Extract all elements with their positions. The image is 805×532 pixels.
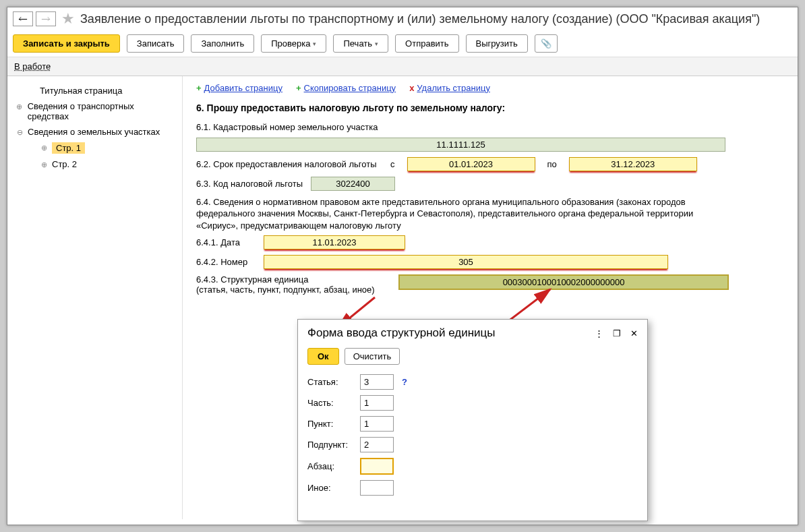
close-icon[interactable]: ✕ — [630, 328, 638, 338]
f641-label: 6.4.1. Дата — [196, 237, 257, 247]
add-page-action[interactable]: +Добавить страницу — [196, 83, 282, 93]
f62-to-input[interactable]: 31.12.2023 — [569, 157, 697, 171]
page-title: Заявление о предоставлении льготы по тра… — [80, 12, 760, 26]
paragraph-input[interactable] — [360, 458, 394, 475]
clear-button[interactable]: Очистить — [345, 348, 400, 365]
tree-expand-icon: ⊕ — [40, 144, 48, 152]
ok-button[interactable]: Ок — [307, 348, 339, 365]
paperclip-icon: 📎 — [541, 38, 551, 49]
tree-expand-icon: ⊕ — [40, 160, 48, 169]
print-button[interactable]: Печать▾ — [333, 34, 388, 53]
paragraph-label: Абзац: — [307, 461, 355, 471]
tree-collapse-icon: ⊖ — [16, 128, 24, 137]
copy-page-action[interactable]: +Скопировать страницу — [296, 83, 396, 93]
page-actions: +Добавить страницу +Скопировать страницу… — [196, 83, 784, 93]
f63-label: 6.3. Код налоговой льготы — [196, 179, 304, 189]
toolbar: Записать и закрыть Записать Заполнить Пр… — [7, 30, 798, 57]
save-button[interactable]: Записать — [127, 34, 185, 53]
subpoint-label: Подпункт: — [307, 440, 355, 450]
point-input[interactable] — [360, 416, 394, 432]
fill-button[interactable]: Заполнить — [191, 34, 254, 53]
subpoint-input[interactable] — [360, 437, 394, 452]
f642-label: 6.4.2. Номер — [196, 257, 257, 267]
article-label: Статья: — [307, 377, 355, 387]
dialog-body: Статья: ? Часть: Пункт: Подпункт: Абзац: — [298, 372, 647, 504]
other-input[interactable] — [360, 480, 394, 496]
article-input[interactable] — [360, 374, 394, 390]
dialog-header: Форма ввода структурной единицы ⋮ ❐ ✕ — [298, 320, 647, 345]
part-label: Часть: — [307, 398, 355, 408]
dialog-structural-unit: Форма ввода структурной единицы ⋮ ❐ ✕ Ок… — [297, 319, 648, 521]
dialog-title: Форма ввода структурной единицы — [307, 326, 496, 340]
f643-subtext: (статья, часть, пункт, подпункт, абзац, … — [196, 285, 392, 295]
chevron-down-icon: ▾ — [313, 40, 316, 47]
sidebar-item-page-2[interactable]: ⊕ Стр. 2 — [38, 156, 175, 172]
plus-icon: + — [296, 83, 301, 93]
back-button[interactable]: 🡐 — [13, 11, 33, 26]
star-icon[interactable]: ★ — [61, 10, 75, 28]
sidebar-item-transport[interactable]: ⊕ Сведения о транспортных средствах — [14, 98, 175, 124]
restore-icon[interactable]: ❐ — [613, 328, 621, 338]
f61-label: 6.1. Кадастровый номер земельного участк… — [196, 121, 784, 134]
export-button[interactable]: Выгрузить — [466, 34, 528, 53]
chevron-down-icon: ▾ — [375, 40, 378, 47]
section-title: 6. Прошу предоставить налоговую льготу п… — [196, 102, 784, 113]
f63-input[interactable]: 3022400 — [311, 177, 395, 191]
f62-from-input[interactable]: 01.01.2023 — [407, 157, 535, 171]
status-bar: В работе — [7, 57, 798, 76]
tree-expand-icon: ⊕ — [16, 102, 24, 111]
f62-to-label: по — [547, 159, 557, 169]
dialog-toolbar: Ок Очистить — [298, 345, 647, 372]
kebab-icon[interactable]: ⋮ — [595, 328, 603, 338]
other-label: Иное: — [307, 483, 355, 493]
sidebar-item-land[interactable]: ⊖ Сведения о земельных участках — [14, 124, 175, 140]
plus-icon: + — [196, 83, 202, 93]
sidebar-item-title-page[interactable]: Титульная страница — [26, 83, 175, 98]
app-window: 🡐 🡒 ★ Заявление о предоставлении льготы … — [7, 7, 798, 525]
part-input[interactable] — [360, 395, 394, 411]
f643-label: 6.4.3. Структурная единица — [196, 274, 392, 285]
status-link[interactable]: В работе — [14, 61, 51, 71]
check-button[interactable]: Проверка▾ — [261, 34, 326, 53]
f642-input[interactable]: 305 — [264, 255, 668, 269]
f64-label: 6.4. Сведения о нормативном правовом акт… — [196, 196, 722, 232]
sidebar: Титульная страница ⊕ Сведения о транспор… — [7, 76, 183, 519]
f62-from-label: с — [390, 159, 395, 169]
f641-input[interactable]: 11.01.2023 — [264, 235, 405, 249]
send-button[interactable]: Отправить — [395, 34, 458, 53]
f62-label: 6.2. Срок предоставления налоговой льгот… — [196, 159, 378, 169]
help-icon[interactable]: ? — [402, 377, 407, 387]
point-label: Пункт: — [307, 419, 355, 429]
forward-button[interactable]: 🡒 — [36, 11, 56, 26]
f643-input[interactable]: 0003000100010002000000000 — [398, 274, 729, 290]
attach-button[interactable]: 📎 — [535, 34, 558, 53]
sidebar-item-page-1[interactable]: ⊕ Стр. 1 — [38, 140, 175, 156]
delete-page-action[interactable]: xУдалить страницу — [409, 83, 490, 93]
save-close-button[interactable]: Записать и закрыть — [13, 34, 120, 53]
title-bar: 🡐 🡒 ★ Заявление о предоставлении льготы … — [7, 7, 798, 30]
f61-input[interactable]: 11.1111.125 — [196, 138, 725, 152]
x-icon: x — [409, 83, 414, 93]
